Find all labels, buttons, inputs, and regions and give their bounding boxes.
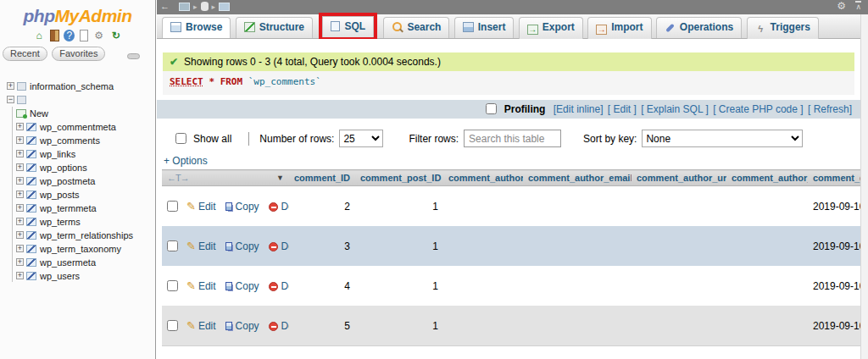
- tab-import[interactable]: →Import: [587, 17, 651, 40]
- collapse-icon[interactable]: ∧: [855, 1, 861, 11]
- home-icon[interactable]: ⌂: [33, 30, 46, 41]
- expand-icon[interactable]: +: [16, 191, 24, 198]
- edit-row-link[interactable]: ✎Edit: [186, 200, 216, 213]
- tree-item-table[interactable]: +wp_term_taxonomy: [13, 242, 155, 255]
- delete-icon: [269, 322, 278, 331]
- docs-icon[interactable]: [80, 30, 88, 41]
- number-of-rows-select[interactable]: 25: [339, 130, 383, 147]
- tree-item-table[interactable]: +wp_links: [13, 147, 155, 160]
- header-actions: ←Τ→ ▼: [162, 170, 289, 186]
- column-header[interactable]: comment_d: [808, 170, 860, 186]
- copy-icon: [225, 202, 232, 211]
- cell-comment-author-url: [632, 306, 726, 346]
- table-icon[interactable]: [219, 3, 230, 11]
- copy-row-link[interactable]: Copy: [225, 320, 259, 332]
- tree-item-table[interactable]: +wp_posts: [13, 188, 155, 201]
- row-checkbox[interactable]: [167, 201, 178, 212]
- expand-icon[interactable]: +: [16, 272, 24, 279]
- expand-icon[interactable]: +: [16, 231, 24, 239]
- column-header[interactable]: comment_ID: [289, 170, 355, 186]
- tree-item-table[interactable]: +wp_options: [13, 161, 155, 174]
- tab-search[interactable]: Search: [383, 17, 449, 38]
- delete-row-link[interactable]: Delete: [269, 320, 289, 332]
- tree-item-table[interactable]: +wp_users: [13, 269, 155, 282]
- logout-icon[interactable]: [50, 30, 59, 41]
- refresh-link[interactable]: [ Refresh]: [808, 103, 852, 115]
- expand-icon[interactable]: +: [16, 245, 24, 252]
- edit-link[interactable]: [ Edit ]: [608, 103, 637, 115]
- reload-icon[interactable]: ↻: [109, 30, 122, 41]
- tree-db-information-schema[interactable]: + information_schema: [0, 80, 155, 92]
- back-arrow-icon[interactable]: ←: [160, 1, 170, 11]
- collapse-icon[interactable]: −: [7, 96, 14, 103]
- transpose-icon[interactable]: ←Τ→: [167, 173, 189, 183]
- database-icon[interactable]: [201, 2, 209, 11]
- scrollbar-track[interactable]: [860, 14, 868, 359]
- copy-row-link[interactable]: Copy: [225, 201, 259, 213]
- explain-sql-link[interactable]: [ Explain SQL ]: [641, 103, 709, 115]
- expand-icon[interactable]: +: [16, 163, 24, 171]
- row-checkbox[interactable]: [167, 280, 178, 291]
- delete-row-link[interactable]: Delete: [269, 280, 289, 292]
- tab-insert[interactable]: Insert: [454, 17, 515, 38]
- edit-row-link[interactable]: ✎Edit: [186, 279, 216, 292]
- expand-icon[interactable]: +: [16, 204, 24, 212]
- column-header[interactable]: comment_author_email: [523, 170, 632, 186]
- column-header[interactable]: comment_author_url: [632, 170, 726, 186]
- triggers-icon: ϟ: [755, 24, 766, 34]
- tab-operations[interactable]: Operations: [656, 17, 742, 38]
- column-options-icon[interactable]: ▼: [276, 174, 284, 182]
- expand-icon[interactable]: +: [16, 136, 24, 144]
- tree-item-table[interactable]: +wp_usermeta: [13, 256, 155, 268]
- settings-icon[interactable]: ⚙: [92, 30, 105, 41]
- copy-row-link[interactable]: Copy: [225, 240, 259, 252]
- tab-label: Structure: [259, 21, 304, 33]
- tree-item-label: wp_users: [40, 271, 80, 281]
- edit-row-link[interactable]: ✎Edit: [186, 240, 216, 252]
- nav-resize-handle[interactable]: [127, 53, 140, 59]
- row-checkbox[interactable]: [167, 240, 178, 251]
- copy-row-link[interactable]: Copy: [225, 280, 259, 292]
- edit-row-link[interactable]: ✎Edit: [186, 319, 216, 332]
- tab-export[interactable]: →Export: [519, 17, 583, 40]
- profiling-checkbox[interactable]: [486, 103, 497, 114]
- tab-browse[interactable]: Browse: [162, 17, 231, 38]
- sort-by-key-select[interactable]: None: [642, 130, 803, 147]
- tab-structure[interactable]: Structure: [236, 17, 313, 38]
- column-header[interactable]: comment_author: [443, 170, 523, 186]
- show-all-label: Show all: [193, 133, 231, 145]
- tab-sql[interactable]: SQL: [322, 16, 374, 37]
- expand-icon[interactable]: +: [7, 82, 14, 90]
- row-checkbox[interactable]: [167, 320, 178, 331]
- page-settings-icon[interactable]: ⚙: [837, 0, 846, 12]
- tree-item-new[interactable]: New: [13, 107, 155, 119]
- expand-icon[interactable]: +: [16, 150, 24, 157]
- filter-input[interactable]: [464, 130, 561, 147]
- phpmyadmin-logo[interactable]: phpMyAdmin: [0, 0, 155, 26]
- tree-item-table[interactable]: +wp_postmeta: [13, 174, 155, 187]
- server-icon[interactable]: [179, 3, 190, 11]
- expand-icon[interactable]: +: [16, 218, 24, 225]
- show-all-checkbox[interactable]: [175, 133, 186, 144]
- help-icon[interactable]: ?: [64, 30, 75, 41]
- tab-triggers[interactable]: ϟTriggers: [747, 17, 819, 39]
- delete-row-link[interactable]: Delete: [269, 201, 289, 213]
- tree-item-table[interactable]: +wp_term_relationships: [13, 229, 155, 241]
- tree-item-table[interactable]: +wp_comments: [13, 134, 155, 146]
- column-header[interactable]: comment_post_ID: [355, 170, 443, 186]
- options-toggle[interactable]: + Options: [164, 155, 208, 167]
- expand-icon[interactable]: +: [16, 177, 24, 185]
- column-header[interactable]: comment_author_IP: [726, 170, 808, 186]
- recent-button[interactable]: Recent: [3, 47, 47, 61]
- tree-item-table[interactable]: +wp_termmeta: [13, 202, 155, 214]
- create-php-code-link[interactable]: [ Create PHP code ]: [713, 103, 804, 115]
- tree-item-table[interactable]: +wp_terms: [13, 215, 155, 228]
- favorites-button[interactable]: Favorites: [52, 47, 105, 61]
- edit-inline-link[interactable]: [Edit inline]: [554, 103, 604, 115]
- expand-icon[interactable]: +: [16, 258, 24, 266]
- tree-item-table[interactable]: +wp_commentmeta: [13, 120, 155, 133]
- delete-row-link[interactable]: Delete: [269, 240, 289, 252]
- tree-db-current[interactable]: −: [0, 93, 155, 106]
- cell-comment-author-url: [632, 226, 726, 266]
- expand-icon[interactable]: +: [16, 123, 24, 130]
